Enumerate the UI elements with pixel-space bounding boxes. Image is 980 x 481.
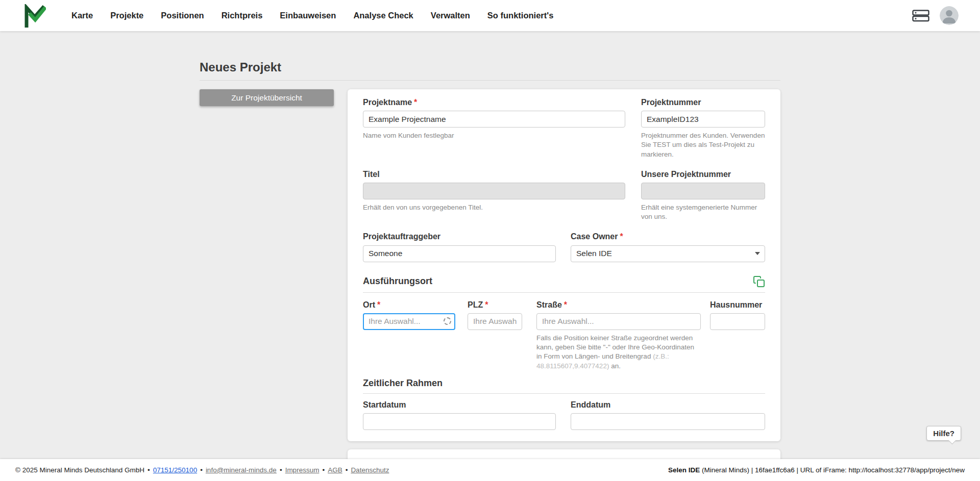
projektnummer-label: Projektnummer xyxy=(641,97,765,107)
required-asterisk: * xyxy=(620,232,623,241)
user-avatar-icon[interactable] xyxy=(940,6,959,25)
footer-impressum-link[interactable]: Impressum xyxy=(285,466,320,474)
nav-item-analyse-check[interactable]: Analyse Check xyxy=(353,11,413,20)
projektnummer-helper: Projektnummer des Kunden. Verwenden Sie … xyxy=(641,131,765,159)
footer-session-info: Selen IDE (Mineral Minds) | 16fae1ffc6a6… xyxy=(668,466,965,474)
projektauftraggeber-input[interactable] xyxy=(363,245,556,262)
enddatum-label: Enddatum xyxy=(571,400,765,410)
nav-item-richtpreis[interactable]: Richtpreis xyxy=(222,11,263,20)
footer-left: © 2025 Mineral Minds Deutschland GmbH • … xyxy=(15,466,389,474)
server-icon[interactable] xyxy=(912,10,929,22)
ort-label-text: Ort xyxy=(363,300,375,309)
navbar-right xyxy=(912,6,959,25)
footer-separator: • xyxy=(322,466,325,474)
projektname-label: Projektname* xyxy=(363,97,625,107)
nav-item-karte[interactable]: Karte xyxy=(71,11,93,20)
footer-separator: • xyxy=(280,466,282,474)
unsere-projektnummer-helper: Erhält eine systemgenerierte Nummer von … xyxy=(641,203,765,221)
strasse-helper: Falls die Position keiner Straße zugeord… xyxy=(536,334,701,371)
nav-item-projekte[interactable]: Projekte xyxy=(110,11,143,20)
strasse-label: Straße* xyxy=(536,300,701,310)
startdatum-label: Startdatum xyxy=(363,400,556,410)
footer-copyright: © 2025 Mineral Minds Deutschland GmbH xyxy=(15,466,144,474)
footer-separator: • xyxy=(200,466,203,474)
section-title-ausfuehrungsort: Ausführungsort xyxy=(363,276,432,287)
form-row-location: Ort* PLZ* Straße* xyxy=(363,300,765,371)
footer-session-details: (Mineral Minds) | 16fae1ffc6a6 | URL of … xyxy=(700,466,965,474)
title-divider xyxy=(200,80,780,81)
projektauftraggeber-label: Projektauftraggeber xyxy=(363,232,556,241)
required-asterisk: * xyxy=(485,300,488,309)
case-owner-label: Case Owner* xyxy=(571,232,765,241)
footer: © 2025 Mineral Minds Deutschland GmbH • … xyxy=(0,459,980,481)
top-navbar: Karte Projekte Positionen Richtpreis Ein… xyxy=(0,0,980,31)
titel-input xyxy=(363,183,625,199)
footer-phone-link[interactable]: 07151/250100 xyxy=(153,466,197,474)
unsere-projektnummer-input xyxy=(641,183,765,199)
help-button[interactable]: Hilfe? xyxy=(926,426,961,441)
plz-label-text: PLZ xyxy=(468,300,483,309)
required-asterisk: * xyxy=(564,300,567,309)
new-project-form-card: Projektname* Name vom Kunden festlegbar … xyxy=(348,89,780,441)
case-owner-select[interactable]: Selen IDE xyxy=(571,245,765,262)
projektname-helper: Name vom Kunden festlegbar xyxy=(363,131,625,140)
unsere-projektnummer-label: Unsere Projektnummer xyxy=(641,169,765,179)
footer-email-link[interactable]: info@mineral-minds.de xyxy=(206,466,277,474)
hausnummer-label: Hausnummer xyxy=(710,300,765,310)
plz-input[interactable] xyxy=(468,313,522,330)
required-asterisk: * xyxy=(377,300,380,309)
chevron-down-icon xyxy=(755,252,760,255)
form-row-owner: Projektauftraggeber Case Owner* Selen ID… xyxy=(363,232,765,262)
projektnummer-input[interactable] xyxy=(641,111,765,128)
left-column: Zur Projektübersicht xyxy=(200,89,348,106)
page-title: Neues Projekt xyxy=(200,60,780,74)
startdatum-input[interactable] xyxy=(363,413,556,430)
enddatum-input[interactable] xyxy=(571,413,765,430)
form-row-titles: Titel Erhält den von uns vorgegebenen Ti… xyxy=(363,169,765,222)
case-owner-selected-value: Selen IDE xyxy=(576,249,612,258)
nav-item-positionen[interactable]: Positionen xyxy=(161,11,204,20)
section-title-zeitlicher-rahmen: Zeitlicher Rahmen xyxy=(363,378,443,389)
footer-agb-link[interactable]: AGB xyxy=(328,466,342,474)
plz-label: PLZ* xyxy=(468,300,522,310)
nav-item-so-funktionierts[interactable]: So funktioniert's xyxy=(487,11,554,20)
copy-icon[interactable] xyxy=(753,275,765,288)
strasse-label-text: Straße xyxy=(536,300,562,309)
required-asterisk: * xyxy=(414,98,417,107)
ort-input[interactable] xyxy=(363,313,455,330)
main-nav: Karte Projekte Positionen Richtpreis Ein… xyxy=(71,11,553,20)
nav-item-verwalten[interactable]: Verwalten xyxy=(431,11,470,20)
back-to-project-overview-button[interactable]: Zur Projektübersicht xyxy=(200,89,334,106)
titel-label: Titel xyxy=(363,169,625,179)
hausnummer-input[interactable] xyxy=(710,313,765,330)
footer-separator: • xyxy=(346,466,348,474)
ort-label: Ort* xyxy=(363,300,455,310)
form-row-dates: Startdatum Enddatum xyxy=(363,400,765,430)
projektname-label-text: Projektname xyxy=(363,98,412,107)
strasse-input[interactable] xyxy=(536,313,701,330)
strasse-helper-suffix: an. xyxy=(609,362,621,370)
section-zeitlicher-rahmen: Zeitlicher Rahmen xyxy=(363,378,765,394)
mineral-minds-logo-icon xyxy=(23,4,46,28)
footer-session-user: Selen IDE xyxy=(668,466,700,474)
case-owner-label-text: Case Owner xyxy=(571,232,618,241)
strasse-helper-main: Falls die Position keiner Straße zugeord… xyxy=(536,334,694,360)
brand-logo[interactable] xyxy=(23,4,46,28)
projektname-input[interactable] xyxy=(363,111,625,128)
footer-separator: • xyxy=(148,466,150,474)
form-row-names: Projektname* Name vom Kunden festlegbar … xyxy=(363,97,765,159)
footer-datenschutz-link[interactable]: Datenschutz xyxy=(351,466,389,474)
titel-helper: Erhält den von uns vorgegebenen Titel. xyxy=(363,203,625,212)
section-ausfuehrungsort: Ausführungsort xyxy=(363,275,765,293)
main-content: Neues Projekt Zur Projektübersicht Proje… xyxy=(200,31,780,475)
nav-item-einbauweisen[interactable]: Einbauweisen xyxy=(280,11,336,20)
